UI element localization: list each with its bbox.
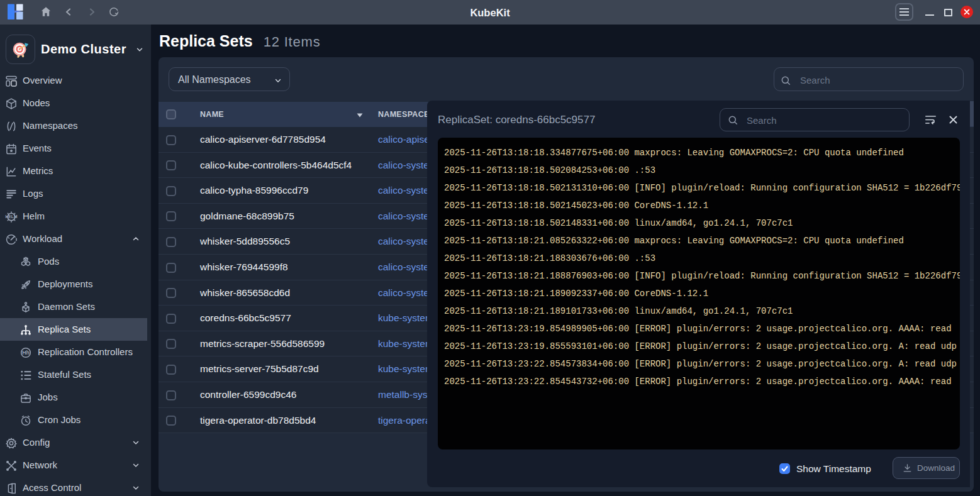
svg-text:Hh: Hh	[22, 350, 30, 356]
svg-text:HELM: HELM	[6, 214, 18, 219]
